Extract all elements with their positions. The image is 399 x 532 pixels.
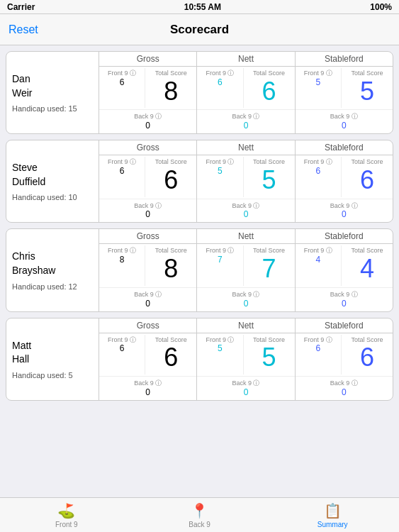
- player-info-3: MattHall Handicap used: 5: [6, 318, 99, 400]
- gross-header-3: Gross: [99, 318, 196, 333]
- nett-total-val-1: 5: [262, 166, 276, 194]
- handicap-3: Handicap used: 5: [12, 371, 93, 379]
- stableford-back9-val-0: 0: [342, 121, 347, 131]
- scores-section-2: Gross Nett Stableford Front 9 ⓘ 8: [99, 229, 393, 311]
- gross-header-1: Gross: [99, 140, 196, 155]
- page-title: Scorecard: [170, 23, 229, 37]
- scores-section-0: Gross Nett Stableford Front 9 ⓘ 6: [99, 52, 393, 133]
- player-info-2: ChrisBrayshaw Handicap used: 12: [6, 229, 99, 311]
- scores-section-1: Gross Nett Stableford Front 9 ⓘ 6: [99, 140, 393, 222]
- gross-front9-cell-2: Front 9 ⓘ 8: [99, 245, 145, 285]
- stableford-front9-val-0: 5: [315, 77, 320, 87]
- nett-back9-val-3: 0: [244, 387, 249, 397]
- gross-back9-val-2: 0: [145, 299, 150, 309]
- tab-label-front9: Front 9: [55, 521, 78, 528]
- carrier-text: Carrier: [7, 2, 35, 12]
- nett-front9-cell-2: Front 9 ⓘ 7: [197, 245, 242, 285]
- tab-label-summary: Summary: [317, 521, 348, 528]
- nett-group-0: Front 9 ⓘ 6 Total Score 6 Back 9 ⓘ: [196, 67, 294, 133]
- tab-back9[interactable]: 📍 Back 9: [133, 498, 266, 532]
- gross-total-val-2: 8: [164, 255, 178, 283]
- gross-front9-cell-3: Front 9 ⓘ 6: [99, 335, 145, 375]
- nett-front9-cell-3: Front 9 ⓘ 5: [197, 335, 242, 375]
- nett-back9-cell-0: Back 9 ⓘ 0: [197, 111, 294, 132]
- player-card-1: SteveDuffield Handicap used: 10 Gross Ne…: [6, 140, 393, 223]
- reset-button[interactable]: Reset: [9, 23, 38, 36]
- gross-group-3: Front 9 ⓘ 6 Total Score 6 Back 9 ⓘ: [99, 333, 196, 400]
- stableford-back9-val-3: 0: [342, 387, 347, 397]
- gross-back9-val-1: 0: [145, 209, 150, 219]
- player-card-3: MattHall Handicap used: 5 Gross Nett Sta…: [6, 318, 393, 401]
- stableford-header-2: Stableford: [295, 229, 393, 243]
- stableford-group-3: Front 9 ⓘ 6 Total Score 6 Back 9 ⓘ: [295, 333, 393, 400]
- player-name-1: SteveDuffield: [12, 161, 93, 189]
- stableford-total-val-2: 4: [360, 255, 374, 283]
- nett-group-1: Front 9 ⓘ 5 Total Score 5 Back 9 ⓘ: [196, 155, 294, 222]
- nett-front9-val-3: 5: [218, 343, 223, 353]
- gross-total-area-0: Total Score 8: [145, 68, 196, 108]
- gross-header-2: Gross: [99, 229, 196, 243]
- gross-group-0: Front 9 ⓘ 6 Total Score 8 Back 9 ⓘ: [99, 67, 196, 133]
- nett-total-area-0: Total Score 6: [243, 68, 295, 108]
- status-bar: Carrier 10:55 AM 100%: [0, 0, 399, 14]
- stableford-back9-cell-2: Back 9 ⓘ 0: [296, 289, 393, 310]
- nett-front9-val-1: 5: [218, 166, 223, 176]
- score-headers-0: Gross Nett Stableford: [99, 52, 393, 67]
- stableford-front9-cell-3: Front 9 ⓘ 6: [296, 335, 341, 375]
- nett-header-3: Nett: [196, 318, 294, 333]
- gross-front9-cell-0: Front 9 ⓘ 6: [99, 68, 145, 108]
- stableford-total-area-1: Total Score 6: [341, 157, 393, 196]
- stableford-back9-cell-3: Back 9 ⓘ 0: [296, 378, 393, 399]
- handicap-1: Handicap used: 10: [12, 193, 93, 201]
- gross-back9-val-3: 0: [145, 387, 150, 397]
- nett-header-0: Nett: [196, 52, 294, 66]
- handicap-0: Handicap used: 15: [12, 104, 93, 113]
- stableford-back9-cell-1: Back 9 ⓘ 0: [296, 201, 393, 221]
- stableford-front9-cell-0: Front 9 ⓘ 5: [296, 68, 341, 108]
- stableford-header-0: Stableford: [295, 52, 393, 66]
- stableford-header-1: Stableford: [295, 140, 393, 155]
- player-name-2: ChrisBrayshaw: [12, 250, 93, 277]
- time-text: 10:55 AM: [184, 2, 221, 12]
- score-row-0: Front 9 ⓘ 6 Total Score 8 Back 9 ⓘ: [99, 67, 393, 133]
- stableford-front9-cell-2: Front 9 ⓘ 4: [296, 245, 341, 285]
- gross-total-area-2: Total Score 8: [145, 245, 196, 285]
- stableford-front9-val-1: 6: [315, 166, 320, 176]
- gross-total-area-1: Total Score 6: [145, 157, 196, 196]
- tab-icon-summary: 📋: [324, 502, 342, 519]
- score-headers-2: Gross Nett Stableford: [99, 229, 393, 244]
- stableford-back9-val-1: 0: [342, 209, 347, 219]
- gross-back9-cell-1: Back 9 ⓘ 0: [99, 201, 196, 221]
- gross-front9-cell-1: Front 9 ⓘ 6: [99, 157, 145, 196]
- nett-total-area-2: Total Score 7: [243, 245, 295, 285]
- score-headers-1: Gross Nett Stableford: [99, 140, 393, 155]
- stableford-total-area-2: Total Score 4: [341, 245, 393, 285]
- gross-header-0: Gross: [99, 52, 196, 66]
- gross-back9-cell-2: Back 9 ⓘ 0: [99, 289, 196, 310]
- nett-header-2: Nett: [196, 229, 294, 243]
- tab-front9[interactable]: ⛳ Front 9: [0, 498, 133, 532]
- score-row-1: Front 9 ⓘ 6 Total Score 6 Back 9 ⓘ: [99, 155, 393, 222]
- gross-front9-val-2: 8: [120, 255, 125, 265]
- tab-summary[interactable]: 📋 Summary: [266, 498, 399, 532]
- tab-label-back9: Back 9: [189, 521, 210, 528]
- player-card-2: ChrisBrayshaw Handicap used: 12 Gross Ne…: [6, 228, 393, 311]
- player-name-0: DanWeir: [12, 72, 93, 100]
- nett-front9-val-0: 6: [218, 77, 223, 87]
- stableford-total-val-3: 6: [360, 343, 374, 372]
- nett-group-3: Front 9 ⓘ 5 Total Score 5 Back 9 ⓘ: [196, 333, 294, 400]
- nett-total-area-3: Total Score 5: [243, 335, 295, 375]
- gross-total-val-0: 8: [164, 77, 178, 106]
- nett-group-2: Front 9 ⓘ 7 Total Score 7 Back 9 ⓘ: [196, 244, 294, 311]
- nett-back9-cell-2: Back 9 ⓘ 0: [197, 289, 294, 310]
- nav-bar: Reset Scorecard: [0, 14, 399, 45]
- gross-front9-val-1: 6: [120, 166, 125, 176]
- stableford-total-area-0: Total Score 5: [341, 68, 393, 108]
- stableford-total-val-1: 6: [360, 166, 374, 194]
- player-name-3: MattHall: [12, 339, 93, 367]
- nett-back9-cell-3: Back 9 ⓘ 0: [197, 378, 294, 399]
- stableford-total-area-3: Total Score 6: [341, 335, 393, 375]
- handicap-2: Handicap used: 12: [12, 282, 93, 291]
- nett-front9-cell-0: Front 9 ⓘ 6: [197, 68, 242, 108]
- gross-front9-val-3: 6: [120, 343, 125, 353]
